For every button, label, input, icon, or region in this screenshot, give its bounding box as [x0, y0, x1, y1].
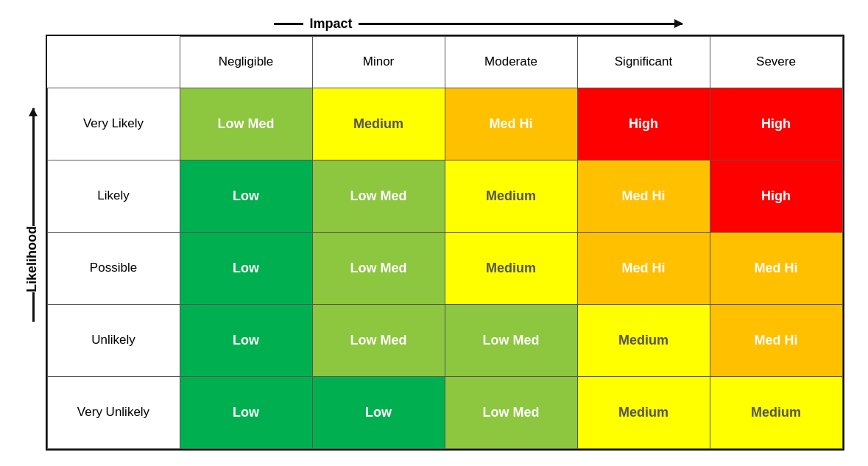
cell-r1-c1: Low Med	[312, 160, 445, 232]
cell-r2-c3: Med Hi	[577, 232, 710, 304]
cell-r0-c2: Med Hi	[445, 88, 577, 160]
col-header-minor: Minor	[312, 36, 445, 88]
corner-cell	[47, 36, 180, 88]
cell-r3-c4: Med Hi	[710, 304, 842, 376]
main-content-row: Likelihood Negligible Minor Moderate Sig…	[24, 35, 844, 451]
cell-r0-c1: Medium	[312, 88, 445, 160]
cell-r3-c0: Low	[180, 304, 312, 376]
impact-label: Impact	[309, 16, 352, 32]
cell-r4-c4: Medium	[710, 376, 842, 448]
cell-r2-c0: Low	[180, 232, 312, 304]
header-row: Negligible Minor Moderate Significant Se…	[47, 36, 842, 88]
col-header-significant: Significant	[577, 36, 710, 88]
cell-r2-c2: Medium	[445, 232, 577, 304]
cell-r3-c1: Low Med	[312, 304, 445, 376]
cell-r1-c2: Medium	[445, 160, 577, 232]
table-row: UnlikelyLowLow MedLow MedMediumMed Hi	[47, 304, 842, 376]
table-row: LikelyLowLow MedMediumMed HiHigh	[47, 160, 842, 232]
col-header-severe: Severe	[710, 36, 842, 88]
row-label-unlikely: Unlikely	[47, 304, 180, 376]
cell-r4-c0: Low	[180, 376, 312, 448]
table-row: Very UnlikelyLowLowLow MedMediumMedium	[47, 376, 842, 448]
cell-r3-c2: Low Med	[445, 304, 577, 376]
table-row: PossibleLowLow MedMediumMed HiMed Hi	[47, 232, 842, 304]
cell-r4-c2: Low Med	[445, 376, 577, 448]
col-header-negligible: Negligible	[180, 36, 312, 88]
cell-r4-c3: Medium	[577, 376, 710, 448]
likelihood-arrow-up	[32, 108, 35, 226]
row-label-possible: Possible	[47, 232, 180, 304]
cell-r2-c1: Low Med	[312, 232, 445, 304]
impact-arrow-row: Impact	[274, 16, 682, 32]
risk-table-container: Negligible Minor Moderate Significant Se…	[46, 35, 844, 451]
likelihood-column: Likelihood	[24, 35, 43, 395]
cell-r4-c1: Low	[312, 376, 445, 448]
cell-r2-c4: Med Hi	[710, 232, 842, 304]
cell-r0-c4: High	[710, 88, 842, 160]
risk-matrix-table: Negligible Minor Moderate Significant Se…	[47, 36, 843, 449]
cell-r1-c0: Low	[180, 160, 312, 232]
cell-r3-c3: Medium	[577, 304, 710, 376]
risk-matrix-container: Impact Likelihood Negligible Minor Moder…	[24, 16, 844, 451]
impact-arrow	[359, 23, 682, 25]
row-label-very-unlikely: Very Unlikely	[47, 376, 180, 448]
cell-r1-c4: High	[710, 160, 842, 232]
likelihood-label: Likelihood	[24, 226, 40, 292]
cell-r0-c0: Low Med	[180, 88, 312, 160]
cell-r0-c3: High	[577, 88, 710, 160]
col-header-moderate: Moderate	[445, 36, 577, 88]
likelihood-arrow-stub	[32, 292, 35, 322]
arrow-left-stub	[274, 23, 303, 25]
row-label-very-likely: Very Likely	[47, 88, 180, 160]
cell-r1-c3: Med Hi	[577, 160, 710, 232]
table-row: Very LikelyLow MedMediumMed HiHighHigh	[47, 88, 842, 160]
row-label-likely: Likely	[47, 160, 180, 232]
